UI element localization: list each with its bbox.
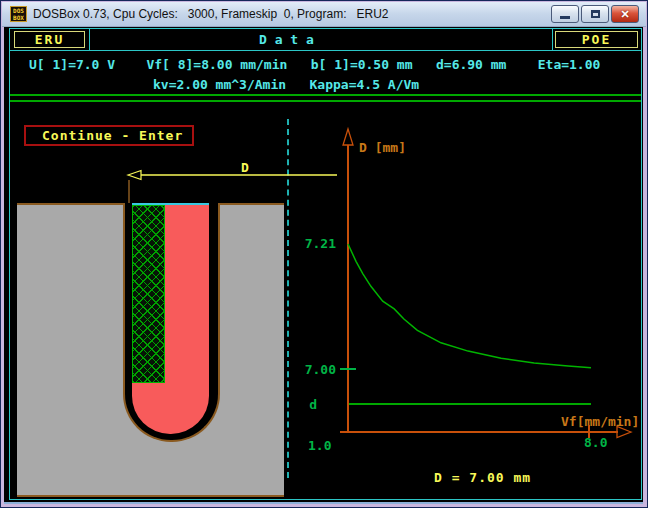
d-curve	[348, 244, 591, 368]
dos-screen: ERU D a t a POE U[ 1]=7.0 V Vf[ 8]=8.00 …	[9, 28, 642, 500]
maximize-icon	[591, 10, 600, 18]
dosbox-window: DOS BOX DOSBox 0.73, Cpu Cycles: 3000, F…	[0, 0, 648, 508]
window-title: DOSBox 0.73, Cpu Cycles: 3000, Frameskip…	[33, 7, 388, 21]
dosbox-app-icon: DOS BOX	[10, 6, 27, 22]
y-axis-arrowhead-icon	[343, 129, 353, 145]
maximize-button[interactable]	[581, 5, 609, 23]
minimize-icon	[560, 16, 570, 19]
minimize-button[interactable]	[551, 5, 579, 23]
dosbox-icon-text-top: DOS	[11, 7, 26, 14]
title-bar[interactable]: DOS BOX DOSBox 0.73, Cpu Cycles: 3000, F…	[2, 2, 646, 27]
x-axis-arrowhead-icon	[617, 427, 631, 438]
close-icon: ✕	[620, 8, 629, 21]
window-controls: ✕	[551, 5, 639, 23]
close-button[interactable]: ✕	[611, 5, 639, 23]
vector-overlay	[10, 29, 641, 499]
dosbox-icon-text-bottom: BOX	[11, 14, 26, 21]
dimension-arrowhead-icon	[128, 171, 141, 180]
